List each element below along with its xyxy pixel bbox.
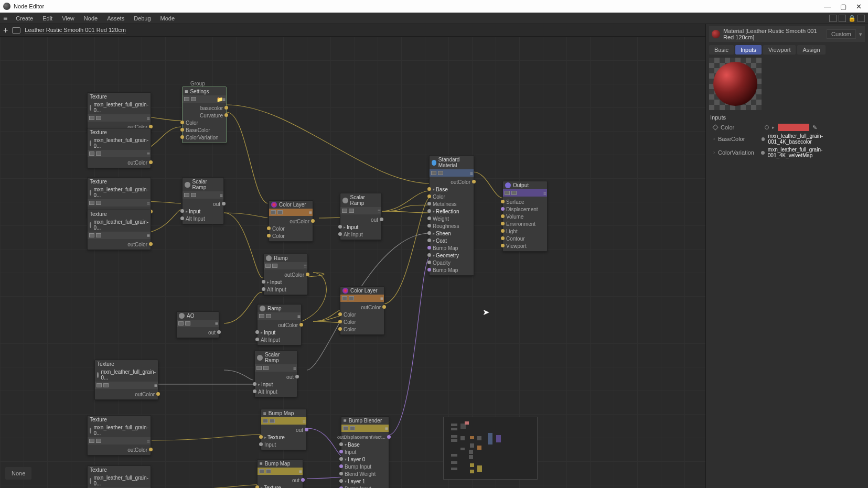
menu-view[interactable]: View xyxy=(58,14,79,23)
menu-debug[interactable]: Debug xyxy=(130,14,155,23)
sphere-icon xyxy=(90,428,91,433)
diamond-icon[interactable] xyxy=(712,124,718,130)
color-swatch[interactable] xyxy=(778,124,809,131)
chevron-right-icon[interactable]: › xyxy=(713,150,715,155)
chevron-right-icon[interactable]: ▸ xyxy=(772,125,775,130)
node-texture-5[interactable]: Texture mxn_leather_full_grain-0... ≡ ou… xyxy=(94,360,158,400)
folder-icon[interactable] xyxy=(12,27,20,34)
menu-edit[interactable]: Edit xyxy=(38,14,57,23)
linked-texture-basecolor[interactable]: mxn_leather_full_grain-001_4K_basecolor xyxy=(768,133,865,145)
sphere-icon xyxy=(97,372,99,378)
node-texture-7[interactable]: Texture mxn_leather_full_grain-0... ≡ ou… xyxy=(87,465,151,488)
link-port-icon[interactable] xyxy=(761,151,765,155)
node-ramp-1[interactable]: Ramp ≡ outColor ▸Input Alt Input xyxy=(263,254,308,295)
menu-assets[interactable]: Assets xyxy=(103,14,128,23)
preview-sphere xyxy=(713,62,757,106)
material-swatch-icon xyxy=(712,30,720,38)
eyedropper-icon[interactable]: ✎ xyxy=(812,124,817,131)
layout-toggles: 🔒 xyxy=(829,15,865,22)
sphere-icon xyxy=(90,478,91,484)
properties-panel: Material [Leather Rustic Smooth 001 Red … xyxy=(705,24,868,488)
node-bump-map-2[interactable]: ≡Bump Map ≡ out ▸Texture Input xyxy=(257,459,303,488)
title-bar: Node Editor — ▢ ✕ xyxy=(0,0,868,13)
color-icon xyxy=(271,202,277,208)
color-icon xyxy=(342,288,348,294)
input-row-basecolor: › BaseColor mxn_leather_full_grain-001_4… xyxy=(709,132,865,146)
menu-node[interactable]: Node xyxy=(80,14,102,23)
sphere-icon xyxy=(266,255,272,261)
sphere-icon xyxy=(179,313,185,319)
node-ao[interactable]: AO ≡ out xyxy=(176,311,219,338)
close-button[interactable]: ✕ xyxy=(856,3,862,10)
tab-viewport[interactable]: Viewport xyxy=(763,45,796,55)
tab-assign[interactable]: Assign xyxy=(797,45,825,55)
menu-mode[interactable]: Mode xyxy=(156,14,179,23)
material-preview[interactable] xyxy=(709,58,762,110)
chevron-right-icon[interactable]: › xyxy=(713,136,715,142)
layout-icon-3[interactable] xyxy=(858,15,865,22)
menu-create[interactable]: Create xyxy=(12,14,37,23)
sphere-icon xyxy=(90,105,91,111)
sphere-icon xyxy=(90,222,91,228)
node-scalar-ramp-3[interactable]: Scalar Ramp ≡ out ▸Input Alt Input xyxy=(254,350,297,397)
minimize-button[interactable]: — xyxy=(824,3,831,10)
sphere-icon xyxy=(342,198,348,203)
link-port-icon[interactable] xyxy=(762,137,765,141)
node-texture-4[interactable]: Texture mxn_leather_full_grain-0... ≡ ou… xyxy=(87,210,151,250)
maximize-button[interactable]: ▢ xyxy=(840,3,846,10)
node-texture-1[interactable]: Texture mxn_leather_full_grain-0... ≡ ou… xyxy=(87,92,151,133)
sphere-icon xyxy=(185,182,190,188)
node-ramp-2[interactable]: Ramp ≡ outColor ▸Input Alt Input xyxy=(257,304,302,345)
material-name[interactable]: Material [Leather Rustic Smooth 001 Red … xyxy=(723,28,823,40)
sphere-icon xyxy=(90,190,91,196)
node-settings[interactable]: ≡Settings 📁 ≡ basecolor Curvature Color … xyxy=(182,86,227,143)
group-label: Group xyxy=(190,81,205,86)
material-path[interactable]: Leather Rustic Smooth 001 Red 120cm xyxy=(25,27,126,34)
sphere-icon xyxy=(90,140,91,146)
node-texture-6[interactable]: Texture mxn_leather_full_grain-0... ≡ ou… xyxy=(87,415,151,456)
input-row-colorvariation: › ColorVariation mxn_leather_full_grain-… xyxy=(709,146,865,159)
tab-basic[interactable]: Basic xyxy=(709,45,734,55)
preset-dropdown[interactable]: Custom xyxy=(827,29,856,39)
node-graph-canvas[interactable]: Group Texture mxn_leather_full_grain-0..… xyxy=(0,37,705,488)
node-bump-map-1[interactable]: ≡Bump Map ≡ out ▸Texture Input xyxy=(261,409,307,450)
node-texture-2[interactable]: Texture mxn_leather_full_grain-0... ≡ ou… xyxy=(87,128,151,168)
window-title: Node Editor xyxy=(14,3,44,9)
node-standard-material[interactable]: Standard Material ≡ outColor ▾Base Color… xyxy=(429,155,474,276)
minimap[interactable] xyxy=(443,417,538,480)
material-header: Material [Leather Rustic Smooth 001 Red … xyxy=(709,26,865,42)
layout-icon-1[interactable] xyxy=(829,15,837,22)
menu-bar: ≡ Create Edit View Node Assets Debug Mod… xyxy=(0,13,868,24)
mouse-cursor: ➤ xyxy=(483,307,489,317)
node-scalar-ramp-1[interactable]: Scalar Ramp ≡ out ▸Input Alt Input xyxy=(182,177,224,224)
node-bump-blender[interactable]: ≡Bump Blender ≡ outDisplacementVect... ▾… xyxy=(341,416,389,488)
lock-icon[interactable]: 🔒 xyxy=(848,15,855,22)
hamburger-icon[interactable]: ≡ xyxy=(3,14,7,23)
chevron-down-icon[interactable]: ▾ xyxy=(859,31,862,38)
node-color-layer-1[interactable]: Color Layer ≡ outColor Color Color xyxy=(269,200,313,242)
section-inputs: Inputs xyxy=(710,114,865,121)
output-icon xyxy=(505,182,511,188)
status-bar: None xyxy=(5,467,31,480)
node-color-layer-2[interactable]: Color Layer ≡ outColor Color Color Color xyxy=(340,286,384,335)
app-icon xyxy=(3,3,10,10)
layout-icon-2[interactable] xyxy=(839,15,846,22)
node-scalar-ramp-2[interactable]: Scalar Ramp ≡ out ▸Input Alt Input xyxy=(340,193,382,240)
sphere-icon xyxy=(257,355,263,361)
sphere-icon xyxy=(260,306,265,311)
linked-texture-colorvariation[interactable]: mxn_leather_full_grain-001_4K_velvetMap xyxy=(768,147,865,158)
add-button[interactable]: + xyxy=(3,26,8,35)
input-row-color: Color ▸ ✎ xyxy=(709,123,865,132)
tabs: Basic Inputs Viewport Assign xyxy=(709,45,865,55)
node-output[interactable]: Output ≡ Surface Displacement Volume Env… xyxy=(502,181,548,252)
tab-inputs[interactable]: Inputs xyxy=(735,45,762,55)
material-icon xyxy=(432,160,436,166)
circle-icon[interactable] xyxy=(765,125,769,129)
